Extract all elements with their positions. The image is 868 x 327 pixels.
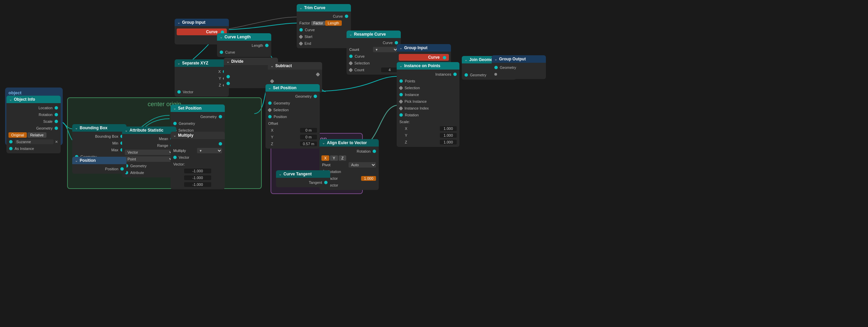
node-ct-body: Tangent	[276, 178, 330, 187]
socket-mul-vector	[173, 156, 177, 159]
gi-right-curve-socket	[443, 56, 446, 59]
row-mul-dd: Multiply ▾	[171, 147, 225, 154]
node-gi-top-title: Group Input	[182, 20, 205, 25]
row-as-attribute: Attribute	[122, 169, 176, 176]
val-spt-y[interactable]: 0 m	[300, 135, 317, 139]
btn-ae-y[interactable]: Y	[330, 155, 338, 161]
label-rc-count-in: Count	[354, 68, 381, 72]
chevron-icon: ⌄	[9, 98, 12, 101]
row-as-vector-dd: Vector	[122, 149, 176, 156]
row-go-circle	[492, 71, 546, 78]
val-iop-sy[interactable]: 1.000	[440, 133, 457, 138]
row-iop-scale-z: Z 1.000	[397, 139, 459, 146]
label-sxyz-x: X	[218, 70, 221, 74]
label-as-instance: As Instance	[15, 147, 34, 151]
label-sxyz-z: Z	[219, 83, 221, 87]
chevron-go: ⌄	[494, 57, 497, 61]
node-go-body: Geometry	[492, 63, 546, 79]
socket-iop-rotation	[399, 113, 403, 117]
node-set-position-top: ⌄ Set Position Geometry Geometry Selecti…	[265, 84, 320, 149]
dropdown-as-type[interactable]: Vector	[125, 150, 174, 155]
val-spt-z[interactable]: 0.57 m	[300, 141, 317, 146]
row-iop-index: Instance Index	[397, 105, 459, 112]
val-iop-sz[interactable]: 1.000	[440, 140, 457, 145]
socket-suzanne-l	[9, 140, 13, 143]
dropdown-as-domain[interactable]: Point	[125, 156, 174, 162]
socket-jg-geometry	[465, 73, 468, 77]
val-ae-factor[interactable]: 1.000	[361, 176, 376, 181]
btn-original[interactable]: Original	[8, 132, 27, 138]
socket-spt-geo-in	[268, 101, 272, 105]
chevron-jg: ⌄	[465, 58, 467, 62]
label-rc-count: Count	[349, 47, 372, 52]
dropdown-mul[interactable]: ▾	[197, 148, 222, 153]
socket-cl-length	[265, 44, 269, 47]
label-sxyz-y: Y	[219, 76, 221, 80]
val-mul-v1[interactable]: -1.000	[184, 169, 211, 173]
row-ct-tangent: Tangent	[276, 179, 330, 186]
node-instance-on-points: ⌄ Instance on Points Instances Points Se…	[397, 62, 459, 147]
node-gi-right-header: ⌄ Group Input	[397, 44, 451, 52]
row-as-range: Range	[122, 142, 176, 149]
val-mul-v2[interactable]: -1.000	[184, 175, 211, 180]
label-scale-oi: Scale	[43, 119, 53, 123]
val-rc-count[interactable]: 4	[381, 68, 398, 72]
btn-relative[interactable]: Relative	[27, 132, 46, 138]
socket-location	[55, 106, 58, 110]
socket-ae-rotation-out	[373, 150, 376, 153]
label-bb-bb: Bounding Box	[95, 134, 119, 138]
btn-ae-x[interactable]: X	[321, 155, 329, 161]
socket-rc-curve-in	[349, 55, 353, 58]
node-as-header: ⌄ Attribute Statistic	[122, 127, 176, 134]
row-as-point-dd: Point	[122, 156, 176, 162]
label-ae-factor: Factor	[327, 176, 361, 180]
btn-length[interactable]: Length	[325, 20, 342, 26]
node-go-header: ⌄ Group Output	[492, 55, 546, 63]
dropdown-ae-pivot[interactable]: Auto	[349, 162, 376, 168]
node-object-info: ⌄ Object Info Location Rotation Scale Ge…	[6, 96, 61, 153]
row-iop-rotation: Rotation	[397, 112, 459, 118]
chevron-pos: ⌄	[75, 159, 78, 162]
val-mul-v3[interactable]: -1.000	[184, 182, 211, 187]
row-sxyz-x: X	[175, 68, 229, 75]
socket-sub-out	[316, 72, 320, 77]
node-multiply: ⌄ Multiply Multiply ▾ Vector Vector: -1.…	[171, 132, 225, 189]
node-go-title: Group Output	[499, 57, 526, 61]
row-iop-scale-y: Y 1.000	[397, 132, 459, 139]
row-spt-y: Y 0 m	[265, 134, 320, 140]
label-cl-curve: Curve	[225, 50, 235, 54]
row-scale-oi: Scale	[6, 118, 61, 125]
label-trim-end: End	[304, 41, 311, 45]
label-jg-geometry: Geometry	[470, 73, 486, 77]
btn-ae-z[interactable]: Z	[339, 155, 347, 161]
label-iop-sz: Z	[405, 140, 440, 144]
val-spt-x[interactable]: 0 m	[300, 128, 317, 133]
label-iop-pick: Pick Instance	[405, 99, 427, 103]
row-ae-rotation-out: Rotation	[319, 148, 379, 155]
label-iop-sx: X	[405, 127, 440, 131]
row-iop-pick: Pick Instance	[397, 98, 459, 105]
node-object-info-header: ⌄ Object Info	[6, 96, 61, 103]
btn-factor[interactable]: Factor	[311, 21, 325, 25]
node-group-output: ⌄ Group Output Geometry	[492, 55, 546, 79]
suzanne-field[interactable]: Suzanne	[15, 139, 54, 144]
close-icon[interactable]: ✕	[55, 140, 58, 144]
chevron-gi-right: ⌄	[399, 46, 402, 50]
node-ae-header: ⌄ Align Euler to Vector	[319, 139, 379, 147]
dropdown-rc-count[interactable]: ▾	[373, 47, 398, 52]
label-as-geometry: Geometry	[130, 164, 146, 168]
row-sub-out	[268, 71, 322, 78]
row-cl-length: Length	[217, 42, 271, 49]
label-iop-index: Instance Index	[405, 106, 429, 110]
node-iop-title: Instance on Points	[404, 63, 440, 68]
label-trim-curve-out: Curve	[333, 14, 343, 18]
node-attribute-statistic: ⌄ Attribute Statistic Mean Range Vector …	[122, 127, 176, 177]
node-ae-title: Align Euler to Vector	[327, 140, 367, 145]
val-iop-sx[interactable]: 1.000	[440, 126, 457, 131]
row-iop-points: Points	[397, 78, 459, 84]
socket-iop-points	[399, 79, 403, 83]
label-sxyz-vector: Vector	[183, 90, 193, 94]
node-group-input-top-header: ⌄ Group Input	[175, 19, 229, 26]
socket-iop-index	[399, 106, 403, 111]
gi-right-curve-label: Curve	[428, 55, 440, 60]
